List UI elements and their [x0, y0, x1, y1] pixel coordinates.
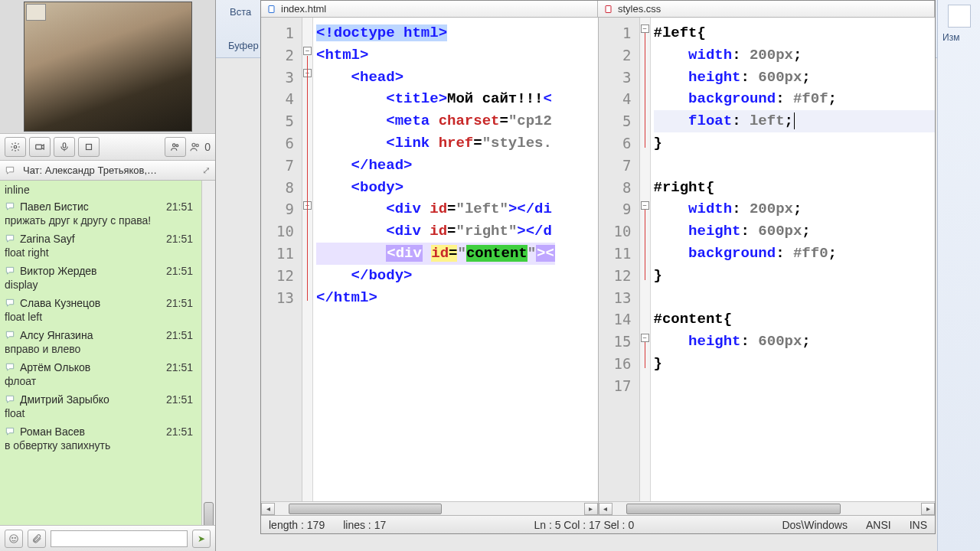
- message-body: float left: [5, 311, 193, 323]
- svg-rect-12: [606, 5, 611, 12]
- hscroll-left-icon[interactable]: ◂: [261, 503, 275, 515]
- ribbon-insert-label: Вста: [230, 6, 251, 18]
- line-gutter: 1234567891011121314151617: [599, 18, 640, 501]
- message-icon: [5, 298, 15, 308]
- svg-rect-11: [269, 5, 274, 12]
- message-body: display: [5, 279, 193, 291]
- pane-css: 1234567891011121314151617 − − − #left{ w…: [599, 18, 936, 515]
- webcam-toolbar: 0: [0, 133, 215, 161]
- hscroll-left-icon[interactable]: ◂: [599, 503, 612, 515]
- message-body: float right: [5, 246, 193, 259]
- message-icon: [5, 394, 15, 405]
- fold-column[interactable]: − − −: [302, 18, 313, 501]
- svg-point-6: [192, 143, 195, 146]
- fold-column[interactable]: − − −: [640, 18, 651, 501]
- chat-messages[interactable]: inline Павел Бистис21:51прижать друг к д…: [0, 181, 215, 525]
- chat-scrollbar[interactable]: [201, 181, 215, 525]
- conference-panel: 0 Чат: Александр Третьяков,… ⤢ inline Па…: [0, 0, 216, 551]
- fold-guide: [307, 56, 308, 301]
- message-body: вправо и влево: [5, 343, 193, 355]
- chat-message: Слава Кузнецов21:51float left: [5, 297, 193, 323]
- message-icon: [5, 426, 15, 437]
- pane-html: 12345678910111213 − − − <!doctype html> …: [261, 18, 599, 515]
- webcam-icon[interactable]: [29, 137, 51, 157]
- message-icon: [5, 233, 15, 244]
- hscroll-right-icon[interactable]: ▸: [921, 503, 935, 515]
- attach-icon[interactable]: [28, 530, 46, 548]
- presenter-avatar-icon: [26, 4, 46, 21]
- message-icon: [5, 330, 15, 341]
- tab-index-html[interactable]: index.html: [261, 1, 598, 17]
- file-unsaved-icon: [604, 5, 613, 14]
- svg-rect-2: [63, 143, 66, 148]
- settings-gear-icon[interactable]: [5, 137, 26, 157]
- chat-scrollbar-thumb[interactable]: [204, 502, 214, 525]
- message-icon: [5, 266, 15, 276]
- status-position: Ln : 5 Col : 17 Sel : 0: [534, 519, 634, 531]
- message-time: 21:51: [166, 201, 193, 213]
- hscrollbar-left[interactable]: ◂ ▸: [261, 501, 598, 515]
- message-time: 21:51: [166, 297, 193, 309]
- stop-icon[interactable]: [78, 137, 100, 157]
- expand-icon[interactable]: ⤢: [202, 165, 211, 176]
- message-author: Дмитрий Зарыбко: [20, 393, 109, 406]
- svg-point-4: [173, 144, 176, 147]
- svg-rect-3: [87, 145, 92, 150]
- webcam-container: [0, 0, 215, 133]
- code-editor: index.html styles.css 12345678910111213 …: [260, 0, 936, 534]
- message-author: Алсу Янгазина: [20, 329, 93, 341]
- message-author: Слава Кузнецов: [20, 297, 100, 309]
- participants-icon[interactable]: [165, 137, 186, 157]
- tab-label: index.html: [281, 3, 326, 15]
- fold-guide: [645, 210, 645, 280]
- chat-input[interactable]: [51, 530, 188, 547]
- fold-toggle-icon[interactable]: −: [303, 47, 312, 55]
- message-author: Павел Бистис: [20, 201, 89, 213]
- status-lines: lines : 17: [343, 519, 386, 531]
- hscroll-thumb[interactable]: [626, 504, 841, 514]
- chat-fragment: inline: [5, 184, 193, 196]
- hscroll-right-icon[interactable]: ▸: [584, 503, 598, 515]
- status-length: length : 179: [269, 519, 325, 531]
- message-time: 21:51: [166, 425, 193, 438]
- tab-styles-css[interactable]: styles.css: [598, 1, 935, 17]
- hscroll-thumb[interactable]: [289, 504, 442, 514]
- send-icon[interactable]: ➤: [192, 530, 211, 548]
- chat-message: Артём Ольков21:51флоат: [5, 361, 193, 387]
- message-author: Артём Ольков: [20, 361, 90, 373]
- chat-message: Дмитрий Зарыбко21:51float: [5, 393, 193, 419]
- fold-toggle-icon[interactable]: −: [641, 334, 649, 342]
- message-body: float: [5, 407, 193, 419]
- hscrollbar-right[interactable]: ◂ ▸: [599, 501, 936, 515]
- ribbon-clipboard-label: Буфер: [228, 40, 259, 51]
- message-time: 21:51: [166, 393, 193, 406]
- fold-toggle-icon[interactable]: −: [641, 201, 649, 210]
- line-gutter: 12345678910111213: [261, 18, 302, 501]
- webcam-video[interactable]: [24, 2, 192, 132]
- statusbar: length : 179 lines : 17 Ln : 5 Col : 17 …: [261, 515, 935, 533]
- chat-message: Роман Васев21:51в обвертку запихнуть: [5, 425, 193, 452]
- svg-point-10: [15, 537, 15, 538]
- text-caret: [794, 112, 795, 129]
- chat-message: Виктор Жердев21:51display: [5, 265, 193, 291]
- status-eol: Dos\Windows: [782, 519, 848, 531]
- editor-tabbar: index.html styles.css: [261, 1, 935, 18]
- message-body: флоат: [5, 375, 193, 387]
- emoji-icon[interactable]: [5, 530, 23, 548]
- message-time: 21:51: [166, 265, 193, 277]
- svg-point-8: [10, 534, 18, 543]
- fold-guide: [645, 33, 645, 148]
- message-time: 21:51: [166, 233, 193, 245]
- code-area-css[interactable]: #left{ width: 200px; height: 600px; back…: [651, 18, 936, 501]
- participants-count: 0: [189, 141, 211, 153]
- tab-label: styles.css: [618, 3, 661, 15]
- message-time: 21:51: [166, 329, 193, 341]
- mic-icon[interactable]: [54, 137, 75, 157]
- chat-message: Алсу Янгазина21:51вправо и влево: [5, 329, 193, 355]
- chat-header: Чат: Александр Третьяков,… ⤢: [0, 161, 215, 181]
- fold-toggle-icon[interactable]: −: [641, 24, 649, 33]
- code-area-html[interactable]: <!doctype html> <html> <head> <title>Мой…: [313, 18, 598, 501]
- svg-point-9: [12, 537, 13, 538]
- ribbon-style-swatch: [948, 5, 971, 28]
- chat-icon: [5, 165, 15, 176]
